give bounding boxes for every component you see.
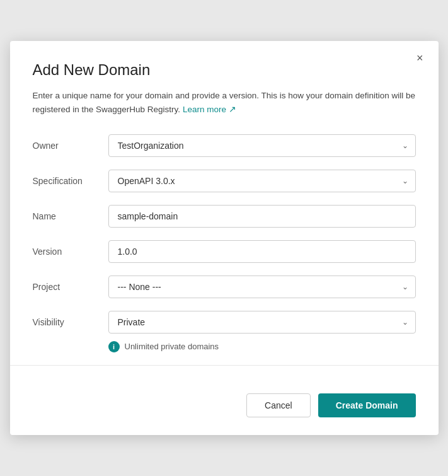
version-input-wrapper <box>108 240 416 263</box>
owner-row: Owner TestOrganization ⌄ <box>33 134 416 157</box>
modal-description: Enter a unique name for your domain and … <box>33 89 416 116</box>
modal-dialog: × Add New Domain Enter a unique name for… <box>10 41 439 434</box>
name-input[interactable] <box>108 205 416 228</box>
project-row: Project --- None --- ⌄ <box>33 276 416 298</box>
cancel-button[interactable]: Cancel <box>246 393 311 417</box>
project-label: Project <box>33 282 108 292</box>
project-select-wrapper: --- None --- ⌄ <box>108 276 416 298</box>
modal-overlay: × Add New Domain Enter a unique name for… <box>0 0 448 476</box>
info-text: Unlimited private domains <box>125 342 219 351</box>
info-icon: i <box>108 341 120 352</box>
divider <box>10 365 439 366</box>
visibility-row: Visibility Private Public ⌄ <box>33 311 416 334</box>
name-row: Name <box>33 205 416 228</box>
specification-row: Specification OpenAPI 3.0.x OpenAPI 2.0 … <box>33 170 416 192</box>
owner-label: Owner <box>33 141 108 151</box>
version-row: Version <box>33 240 416 263</box>
version-label: Version <box>33 247 108 257</box>
owner-select[interactable]: TestOrganization <box>108 134 416 157</box>
modal-title: Add New Domain <box>33 61 416 79</box>
create-domain-button[interactable]: Create Domain <box>318 393 416 417</box>
project-select[interactable]: --- None --- <box>108 276 416 298</box>
learn-more-link[interactable]: Learn more ↗ <box>183 105 236 114</box>
name-input-wrapper <box>108 205 416 228</box>
visibility-select-wrapper: Private Public ⌄ <box>108 311 416 334</box>
visibility-label: Visibility <box>33 317 108 327</box>
specification-label: Specification <box>33 176 108 186</box>
close-button[interactable]: × <box>414 51 426 65</box>
owner-select-wrapper: TestOrganization ⌄ <box>108 134 416 157</box>
visibility-select[interactable]: Private Public <box>108 311 416 334</box>
info-row: i Unlimited private domains <box>108 341 416 352</box>
version-input[interactable] <box>108 240 416 263</box>
specification-select[interactable]: OpenAPI 3.0.x OpenAPI 2.0 AsyncAPI 2.0 <box>108 170 416 192</box>
specification-select-wrapper: OpenAPI 3.0.x OpenAPI 2.0 AsyncAPI 2.0 ⌄ <box>108 170 416 192</box>
modal-footer: Cancel Create Domain <box>33 383 416 417</box>
name-label: Name <box>33 211 108 221</box>
